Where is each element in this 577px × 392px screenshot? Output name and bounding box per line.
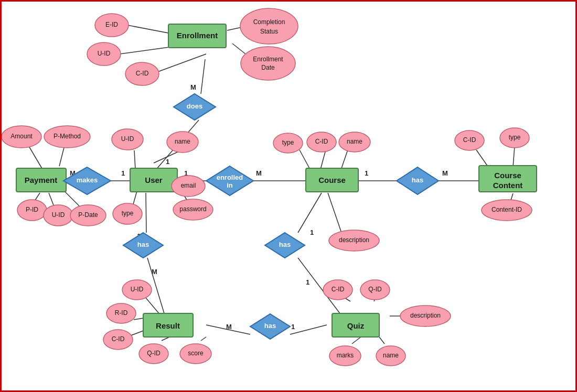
attr-result-qid: Q-ID [139,344,168,364]
svg-text:C-ID: C-ID [332,286,345,293]
attr-course-description: description [329,230,379,251]
svg-text:Q-ID: Q-ID [368,286,382,293]
svg-text:U-ID: U-ID [52,211,65,219]
svg-text:description: description [410,312,441,319]
attr-user-email: email [172,176,205,197]
attr-result-score: score [180,344,211,364]
line-enrollment-date [232,43,245,54]
line-cc-type [513,146,515,167]
svg-text:type: type [122,210,134,217]
entity-course-content: Course Content [479,166,537,192]
relationship-enrolledin-label1: enrolled [217,173,243,181]
line-course-cid [320,150,326,169]
svg-text:Amount: Amount [10,133,33,140]
svg-text:U-ID: U-ID [98,50,111,57]
svg-text:R-ID: R-ID [115,309,128,317]
diagram-canvas: M 1 1 M 1 M 1 M 1 M 1 M 1 1 Enrollment U… [0,0,577,392]
attr-quiz-cid: C-ID [323,280,352,300]
line-course-desc [328,193,341,233]
attr-result-rid: R-ID [106,303,136,323]
line-enrollment-does [201,59,205,94]
svg-text:Q-ID: Q-ID [147,350,161,357]
card-userhas-result: M [152,268,157,276]
card-enrollment-does: M [190,83,196,91]
line-cc-cid [476,150,488,167]
er-diagram: M 1 1 M 1 M 1 M 1 M 1 M 1 1 Enrollment U… [2,2,577,392]
relationship-enrolledin-label2: in [227,181,233,189]
relationship-has-result-quiz-label: has [264,322,276,330]
svg-text:Content-ID: Content-ID [491,206,522,213]
svg-text:P-ID: P-ID [26,206,38,213]
svg-text:name: name [175,138,190,145]
line-quiz-name [379,337,384,344]
entity-quiz-label: Quiz [347,321,365,330]
attr-cc-type: type [500,128,529,148]
svg-text:email: email [181,182,196,189]
attr-cc-cid: C-ID [455,130,484,150]
card-has-coursecontent: M [442,169,448,177]
attr-enrollment-date: Enrollment Date [241,47,295,80]
line-user-userhas [146,193,146,233]
entity-course-content-label2: Content [493,181,523,190]
relationship-does: does [174,94,216,120]
attr-user-name: name [167,132,198,153]
relationship-has-cc-label: has [412,176,423,184]
entity-result-label: Result [156,321,180,330]
line-course-coursehas [298,193,322,233]
attr-enrollment-uid: U-ID [87,42,121,66]
line-course-type [300,150,310,169]
svg-text:C-ID: C-ID [112,335,125,343]
svg-text:C-ID: C-ID [315,138,328,145]
entity-user: User [130,168,177,192]
relationship-has-course-quiz: has [265,233,305,258]
svg-text:score: score [188,350,204,357]
line-payment-uid [49,193,54,206]
line-enrollment-cid [156,54,206,72]
entity-enrollment-label: Enrollment [177,31,218,40]
attr-payment-pid: P-ID [17,200,47,221]
svg-text:Status: Status [260,28,278,35]
svg-text:Date: Date [261,64,275,71]
svg-text:password: password [179,205,206,213]
relationship-has-user-label: has [137,241,149,248]
attr-quiz-name: name [376,346,405,366]
line-result-qid [162,337,169,341]
svg-text:C-ID: C-ID [463,136,476,144]
card-makes-user: 1 [121,169,125,177]
attr-course-name: name [339,132,370,152]
relationship-does-label: does [187,102,202,110]
line-resulthas-quiz [290,325,327,334]
attr-payment-pdate: P-Date [70,205,106,226]
card-does-user: 1 [166,158,169,166]
relationship-has-result-quiz: has [250,314,290,339]
line-user-uid [134,150,135,169]
svg-text:type: type [509,134,521,141]
attr-course-type: type [273,133,303,153]
svg-text:U-ID: U-ID [121,135,134,143]
attr-enrollment-cid: C-ID [125,62,159,85]
attr-payment-amount: Amount [2,126,41,148]
entity-payment-label: Payment [25,176,58,184]
svg-text:name: name [383,352,399,359]
svg-text:name: name [347,138,362,145]
card-coursehas-course: 1 [310,228,314,236]
entity-result: Result [143,313,193,337]
svg-text:description: description [339,236,369,244]
relationship-has-course-cc: has [397,167,439,194]
svg-text:C-ID: C-ID [136,70,149,77]
attr-course-cid: C-ID [307,132,336,152]
entity-course-content-label1: Course [494,171,521,180]
line-payment-amount [29,146,42,169]
entity-enrollment: Enrollment [168,24,226,48]
svg-point-23 [241,47,295,80]
svg-text:E-ID: E-ID [105,21,118,28]
attr-payment-uid: U-ID [44,205,73,226]
line-course-name [341,150,348,168]
attr-enrollment-eid: E-ID [95,14,129,37]
entity-quiz: Quiz [332,313,379,337]
card-resulthas-result: M [226,323,232,331]
relationship-has-user-result: has [123,233,163,258]
attr-enrollment-status: Completion Status [240,8,298,44]
attr-result-cid: C-ID [103,330,133,350]
relationship-has-course-quiz-label: has [279,241,291,248]
